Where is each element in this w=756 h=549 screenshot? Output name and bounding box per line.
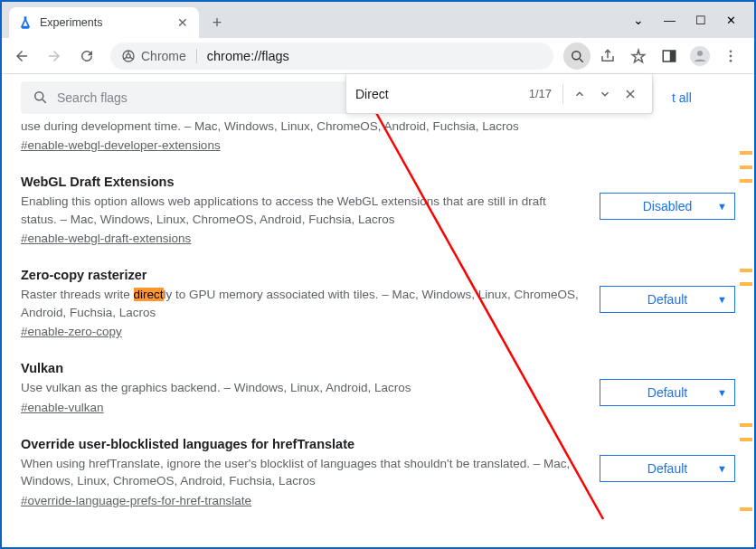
omnibox[interactable]: Chrome chrome://flags	[110, 43, 553, 70]
flag-title: WebGL Draft Extensions	[21, 175, 581, 189]
back-button[interactable]	[7, 42, 36, 71]
chevron-down-icon[interactable]: ⌄	[633, 13, 644, 27]
flask-icon	[18, 15, 33, 30]
svg-point-9	[730, 59, 732, 62]
truncated-prev-desc: use during development time. – Mac, Wind…	[21, 119, 735, 133]
find-in-page-bar: Direct 1/17	[345, 74, 653, 114]
flags-search-placeholder: Search flags	[57, 90, 128, 105]
side-panel-icon[interactable]	[655, 42, 684, 71]
bookmark-icon[interactable]	[624, 42, 653, 71]
share-icon[interactable]	[593, 42, 622, 71]
toolbar: Chrome chrome://flags	[2, 38, 754, 74]
chevron-down-icon: ▼	[717, 294, 727, 305]
titlebar: Experiments ✕ + ⌄ — ☐ ✕	[2, 2, 754, 38]
tab-title: Experiments	[40, 16, 102, 29]
chevron-down-icon: ▼	[717, 463, 727, 474]
svg-point-2	[572, 51, 581, 59]
forward-button[interactable]	[40, 42, 69, 71]
flag-title: Override user-blocklisted languages for …	[21, 437, 581, 451]
flag-title: Vulkan	[21, 361, 581, 375]
chrome-chip: Chrome	[121, 49, 186, 63]
find-toolbar-button[interactable]	[562, 42, 591, 71]
flag-desc: Use vulkan as the graphics backend. – Wi…	[21, 379, 581, 397]
close-icon[interactable]: ✕	[726, 14, 736, 27]
chrome-icon	[121, 49, 136, 63]
flag-item: Override user-blocklisted languages for …	[21, 415, 735, 508]
chevron-down-icon: ▼	[717, 201, 727, 212]
find-next-button[interactable]	[592, 81, 618, 107]
svg-point-7	[730, 50, 732, 52]
tab-close-icon[interactable]: ✕	[175, 14, 190, 32]
flag-anchor[interactable]: #override-language-prefs-for-href-transl…	[21, 494, 251, 507]
flag-select[interactable]: Default ▼	[600, 455, 735, 482]
flag-desc: When using hrefTranslate, ignore the use…	[21, 455, 581, 490]
maximize-icon[interactable]: ☐	[695, 14, 706, 27]
find-count: 1/17	[529, 87, 552, 100]
svg-rect-5	[670, 51, 676, 62]
flag-desc: Enabling this option allows web applicat…	[21, 193, 581, 228]
search-icon	[32, 89, 48, 108]
omnibox-url: chrome://flags	[207, 49, 289, 63]
svg-line-11	[43, 99, 46, 103]
flag-anchor[interactable]: #enable-vulkan	[21, 401, 104, 414]
flag-anchor[interactable]: #enable-webgl-draft-extensions	[21, 232, 191, 245]
flag-select-value: Default	[647, 292, 687, 307]
svg-line-3	[580, 59, 583, 62]
find-close-button[interactable]	[618, 81, 643, 107]
find-highlight: direct	[134, 288, 164, 301]
flag-anchor[interactable]: #enable-zero-copy	[21, 325, 122, 338]
flag-select-value: Default	[647, 461, 687, 476]
flag-anchor[interactable]: #enable-webgl-developer-extensions	[21, 138, 221, 152]
flag-select-value: Disabled	[643, 199, 692, 213]
browser-tab[interactable]: Experiments ✕	[9, 7, 199, 38]
svg-point-6	[697, 51, 703, 56]
flag-item: WebGL Draft Extensions Enabling this opt…	[21, 153, 735, 246]
flag-select[interactable]: Disabled ▼	[600, 193, 735, 220]
svg-point-1	[127, 53, 130, 57]
chrome-chip-label: Chrome	[141, 49, 186, 63]
omnibox-sep	[196, 49, 197, 63]
flag-item: Zero-copy rasterizer Raster threads writ…	[21, 246, 735, 339]
profile-avatar[interactable]	[685, 42, 714, 71]
minimize-icon[interactable]: —	[664, 14, 676, 27]
find-query[interactable]: Direct	[355, 87, 529, 101]
flag-select[interactable]: Default ▼	[600, 286, 735, 313]
find-prev-button[interactable]	[567, 81, 592, 107]
chevron-down-icon: ▼	[717, 387, 727, 398]
flag-item: Vulkan Use vulkan as the graphics backen…	[21, 339, 735, 415]
reset-all-button[interactable]: t all	[663, 85, 701, 110]
new-tab-button[interactable]: +	[204, 10, 230, 35]
kebab-menu-icon[interactable]	[716, 42, 745, 71]
svg-point-10	[35, 91, 43, 99]
reload-button[interactable]	[72, 42, 101, 71]
flag-select[interactable]: Default ▼	[600, 379, 735, 406]
content-viewport: Search flags t all use during developmen…	[4, 76, 752, 545]
flag-title: Zero-copy rasterizer	[21, 268, 581, 282]
flag-desc: Raster threads write directly to GPU mem…	[21, 286, 581, 321]
flag-select-value: Default	[647, 385, 687, 400]
scrollbar-match-ticks	[738, 76, 752, 545]
window-controls: ⌄ — ☐ ✕	[633, 2, 749, 38]
svg-point-8	[730, 54, 732, 57]
